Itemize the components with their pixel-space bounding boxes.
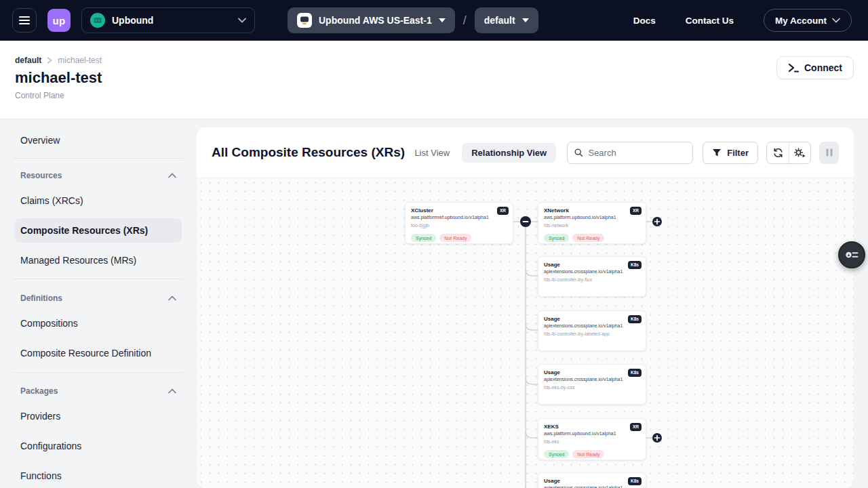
node-title: XNetwork [544, 207, 640, 214]
sidebar-section-resources[interactable]: Resources [15, 163, 182, 188]
node-kind-badge: XR [630, 207, 642, 215]
collapse-node-handle[interactable] [520, 216, 531, 227]
status-badge-not-ready: Not Ready [572, 234, 604, 242]
node-kind-badge: XR [497, 207, 509, 215]
legend-toggle-button[interactable] [838, 241, 865, 268]
node-kind-badge: K8s [628, 261, 642, 269]
graph-node-xnetwork[interactable]: XNetwork aws.platform.upbound.io/v1alpha… [538, 202, 646, 244]
node-kind-badge: K8s [628, 369, 642, 377]
resources-toolbar: All Composite Resources (XRs) List View … [197, 127, 854, 178]
connect-button[interactable]: Connect [776, 56, 854, 79]
my-account-menu[interactable]: My Account [764, 9, 852, 32]
node-api-version: apiextensions.crossplane.io/v1alpha1 [544, 485, 640, 488]
node-title: XCluster [411, 207, 507, 214]
node-resource-name: fds-eks [544, 439, 640, 445]
node-kind-badge: XR [630, 423, 642, 431]
status-badge-not-ready: Not Ready [572, 450, 604, 458]
sidebar-item-providers[interactable]: Providers [15, 404, 182, 428]
node-api-version: apiextensions.crossplane.io/v1alpha1 [544, 323, 640, 329]
section-title: Packages [20, 386, 58, 396]
tab-list-view[interactable]: List View [406, 143, 458, 163]
node-title: Usage [544, 369, 640, 376]
expand-node-handle[interactable] [652, 433, 662, 443]
sidebar-item-xrd[interactable]: Composite Resource Definition [15, 341, 182, 365]
node-api-version: aws.platformref.upbound.io/v1alpha1 [411, 214, 507, 220]
pause-button[interactable] [819, 142, 839, 164]
caret-down-icon [439, 18, 446, 22]
graph-action-group [766, 142, 811, 164]
sidebar-section-definitions[interactable]: Definitions [15, 286, 182, 310]
gear-play-icon [794, 148, 806, 158]
graph-node-xeks[interactable]: XEKS aws.platform.upbound.io/v1alpha1 fd… [538, 418, 646, 460]
node-api-version: aws.platform.upbound.io/v1alpha1 [544, 430, 640, 436]
node-api-version: aws.platform.upbound.io/v1alpha1 [544, 214, 640, 220]
node-title: Usage [544, 478, 640, 485]
chevron-up-icon [168, 296, 176, 301]
breadcrumb: default michael-test [15, 56, 102, 65]
search-input[interactable] [588, 148, 686, 158]
node-title: Usage [544, 262, 640, 268]
sidebar-item-composite-resources[interactable]: Composite Resources (XRs) [15, 218, 182, 243]
node-api-version: apiextensions.crossplane.io/v1alpha1 [544, 376, 640, 382]
sidebar-item-compositions[interactable]: Compositions [15, 311, 182, 336]
node-title: XEKS [544, 424, 640, 430]
page-header: default michael-test michael-test Contro… [0, 41, 868, 119]
docs-link[interactable]: Docs [633, 16, 656, 26]
legend-icon [845, 249, 859, 261]
org-avatar-icon [90, 13, 105, 28]
control-plane-selector[interactable]: Upbound AWS US-East-1 [288, 7, 455, 33]
connect-button-label: Connect [804, 62, 842, 73]
page-title: michael-test [15, 69, 102, 87]
node-resource-name: fds-lb-controller-by-flux [544, 277, 640, 283]
graph-node-usage-eks-by-oss[interactable]: Usage apiextensions.crossplane.io/v1alph… [538, 364, 646, 405]
graph-node-usage-labeled-app[interactable]: Usage apiextensions.crossplane.io/v1alph… [538, 310, 646, 351]
divider [14, 158, 183, 159]
search-icon [574, 148, 583, 157]
status-badge-synced: Synced [544, 234, 569, 242]
status-badge-synced: Synced [544, 450, 569, 458]
node-title: Usage [544, 316, 640, 323]
sidebar-item-overview[interactable]: Overview [15, 128, 182, 152]
menu-button[interactable] [12, 8, 37, 33]
my-account-label: My Account [775, 16, 827, 26]
graph-node-xcluster[interactable]: XCluster aws.platformref.upbound.io/v1al… [405, 202, 513, 244]
expand-node-handle[interactable] [652, 217, 662, 226]
filter-button[interactable]: Filter [703, 142, 758, 164]
sidebar-item-configurations[interactable]: Configurations [15, 434, 182, 458]
sidebar-item-functions[interactable]: Functions [15, 464, 182, 488]
graph-node-usage-bottom[interactable]: Usage apiextensions.crossplane.io/v1alph… [538, 472, 646, 488]
resources-title: All Composite Resources (XRs) [212, 145, 405, 160]
refresh-button[interactable] [767, 142, 789, 163]
breadcrumb-default[interactable]: default [15, 56, 41, 65]
node-resource-name: fds-lb-controller-by-labeled-app [544, 331, 640, 337]
node-resource-name: fds-eks-by-oss [544, 384, 640, 390]
sidebar-section-packages[interactable]: Packages [15, 379, 182, 403]
terminal-icon [788, 63, 799, 73]
org-selector-label: Upbound [112, 15, 153, 26]
upbound-logo[interactable]: up [47, 9, 71, 32]
org-selector[interactable]: Upbound [81, 7, 255, 33]
section-title: Resources [20, 171, 62, 180]
chevron-down-icon [238, 18, 246, 23]
breadcrumb-current: michael-test [58, 56, 102, 65]
divider [14, 372, 183, 373]
sidebar-item-managed-resources[interactable]: Managed Resources (MRs) [15, 248, 182, 272]
graph-node-usage-flux[interactable]: Usage apiextensions.crossplane.io/v1alph… [538, 256, 646, 297]
contact-us-link[interactable]: Contact Us [686, 16, 734, 26]
status-badge-not-ready: Not Ready [439, 234, 471, 242]
hamburger-icon [19, 16, 30, 25]
run-operations-button[interactable] [789, 142, 810, 163]
caret-down-icon [522, 18, 529, 22]
page-subtitle: Control Plane [15, 91, 64, 100]
node-kind-badge: K8s [628, 477, 642, 485]
group-selector[interactable]: default [475, 7, 538, 33]
node-kind-badge: K8s [628, 315, 642, 323]
chevron-up-icon [168, 173, 176, 178]
sidebar-item-claims[interactable]: Claims (XRCs) [15, 188, 182, 213]
tab-relationship-view[interactable]: Relationship View [462, 143, 556, 163]
top-navbar: up Upbound Upbound AWS US-East-1 / defau… [0, 0, 868, 41]
relationship-canvas[interactable]: XCluster aws.platformref.upbound.io/v1al… [197, 178, 854, 488]
node-resource-name: foo-6jgjb [411, 222, 507, 228]
node-resource-name: fds-network [544, 222, 640, 228]
section-title: Definitions [20, 293, 62, 303]
